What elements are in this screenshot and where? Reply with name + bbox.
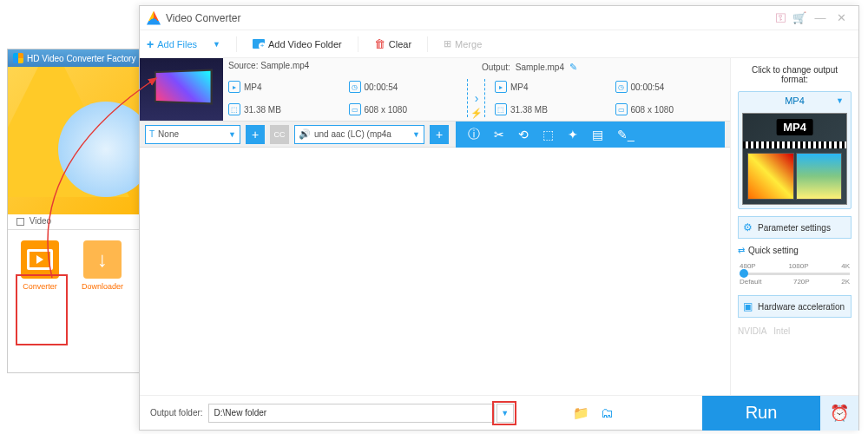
close-button[interactable]: ✕ — [831, 11, 852, 24]
gpu-vendors: NVIDIA Intel — [738, 326, 852, 336]
converter-icon — [21, 240, 59, 279]
quick-setting-label: Quick setting — [738, 246, 852, 255]
source-row: Source: Sample.mp4 — [223, 58, 477, 76]
main-area: Source: Sample.mp4 Output: Sample.mp4 ✎ … — [140, 58, 730, 397]
hardware-accel-button[interactable]: ▣ Hardware acceleration — [738, 295, 852, 318]
clear-button[interactable]: 🗑 Clear — [374, 37, 411, 50]
cart-icon[interactable]: 🛒 — [792, 11, 810, 24]
footer-bar: Output folder: ▼ 📁 🗂 Run ⏰ — [140, 395, 858, 430]
output-format-button[interactable]: MP4 ▼ MP4 — [738, 91, 852, 209]
app-logo-icon — [13, 53, 23, 63]
convert-divider: › ⚡ — [464, 76, 490, 121]
file-item: Source: Sample.mp4 Output: Sample.mp4 ✎ … — [140, 58, 730, 122]
size-icon: ⬚ — [495, 103, 507, 115]
schedule-button[interactable]: ⏰ — [820, 396, 858, 431]
merge-button[interactable]: ⊞ Merge — [444, 38, 482, 49]
edit-bar: T None ▼ + CC 🔊 und aac (LC) (mp4a ▼ + ⓘ… — [140, 122, 730, 148]
window-title: Video Converter — [166, 12, 241, 24]
duration-icon: ◷ — [349, 81, 361, 93]
resolution-icon: ▭ — [615, 103, 628, 115]
titlebar: Video Converter ⚿ 🛒 — ✕ — [140, 6, 858, 30]
info-tool-icon[interactable]: ⓘ — [468, 127, 480, 142]
video-converter-window: Video Converter ⚿ 🛒 — ✕ + Add Files ▼ Ad… — [139, 5, 859, 431]
format-preview: MP4 — [742, 113, 847, 205]
output-row: Output: Sample.mp4 ✎ — [477, 58, 730, 76]
tab-square-icon — [16, 218, 24, 226]
side-panel: Click to change output format: MP4 ▼ MP4… — [730, 58, 858, 397]
minimize-button[interactable]: — — [810, 11, 831, 24]
add-audio-button[interactable]: + — [430, 125, 449, 144]
chevron-down-icon: ▼ — [412, 130, 420, 139]
source-specs: ▸MP4 ◷00:00:54 ⬚31.38 MB ▭608 x 1080 — [223, 76, 464, 121]
chip-icon: ▣ — [743, 300, 753, 312]
parameter-settings-button[interactable]: ⚙ Parameter settings — [738, 216, 852, 239]
trash-icon: 🗑 — [374, 37, 385, 50]
format-icon: ▸ — [495, 81, 507, 93]
crop-tool-icon[interactable]: ⬚ — [542, 128, 554, 141]
format-badge: MP4 — [776, 119, 813, 135]
watermark-tool-icon[interactable]: ▤ — [592, 128, 603, 141]
quality-slider[interactable]: 480P1080P4K Default720P2K — [738, 262, 852, 288]
chevron-down-icon: ▼ — [836, 96, 844, 105]
effects-tool-icon[interactable]: ✦ — [568, 128, 578, 141]
subtitle-dropdown[interactable]: T None ▼ — [145, 125, 240, 144]
size-icon: ⬚ — [228, 103, 240, 115]
output-folder-input[interactable] — [208, 404, 495, 423]
resolution-icon: ▭ — [349, 103, 361, 115]
video-thumbnail[interactable] — [140, 58, 223, 121]
format-hint: Click to change output format: — [738, 65, 852, 84]
edit-tools-strip: ⓘ ✂ ⟲ ⬚ ✦ ▤ ✎_ — [456, 122, 725, 148]
add-files-dropdown[interactable]: ▼ — [213, 40, 220, 49]
rotate-tool-icon[interactable]: ⟲ — [518, 128, 529, 141]
cut-tool-icon[interactable]: ✂ — [494, 128, 504, 141]
app-logo-icon — [147, 11, 161, 25]
toolbar: + Add Files ▼ Add Video Folder 🗑 Clear ⊞… — [140, 30, 858, 58]
intel-label: Intel — [773, 326, 790, 336]
bg-title: HD Video Converter Factory Pro — [27, 54, 152, 63]
arrow-right-icon: › — [475, 91, 479, 105]
audio-track-dropdown[interactable]: 🔊 und aac (LC) (mp4a ▼ — [294, 125, 424, 144]
converter-tool-button[interactable]: Converter — [16, 240, 63, 291]
output-folder-dropdown[interactable]: ▼ — [496, 404, 514, 423]
browse-folder-icon[interactable]: 📁 — [569, 405, 595, 421]
plus-icon: + — [147, 37, 154, 51]
folder-plus-icon — [253, 39, 265, 49]
add-folder-button[interactable]: Add Video Folder — [253, 39, 342, 49]
chevron-down-icon: ▼ — [228, 130, 236, 139]
annotation-highlight-box: ▼ — [492, 401, 516, 425]
add-files-button[interactable]: + Add Files — [147, 37, 197, 51]
nvidia-label: NVIDIA — [738, 326, 766, 336]
rename-icon[interactable]: ✎ — [569, 62, 577, 73]
speaker-icon: 🔊 — [299, 128, 311, 140]
output-specs: ▸MP4 ◷00:00:54 ⬚31.38 MB ▭608 x 1080 — [490, 76, 730, 121]
duration-icon: ◷ — [615, 81, 628, 93]
settings-icon: ⚙ — [743, 221, 753, 233]
add-subtitle-button[interactable]: + — [246, 125, 265, 144]
downloader-tool-button[interactable]: Downloader — [79, 240, 126, 291]
edit-tool-icon[interactable]: ✎_ — [617, 128, 635, 141]
run-button[interactable]: Run — [702, 396, 820, 431]
merge-icon: ⊞ — [444, 38, 451, 49]
cc-button[interactable]: CC — [270, 125, 289, 144]
format-icon: ▸ — [228, 81, 240, 93]
key-icon[interactable]: ⚿ — [775, 11, 792, 24]
lightning-icon: ⚡ — [470, 108, 483, 119]
open-folder-icon[interactable]: 🗂 — [595, 405, 621, 420]
downloader-icon — [83, 240, 122, 279]
output-folder-label: Output folder: — [140, 408, 208, 418]
